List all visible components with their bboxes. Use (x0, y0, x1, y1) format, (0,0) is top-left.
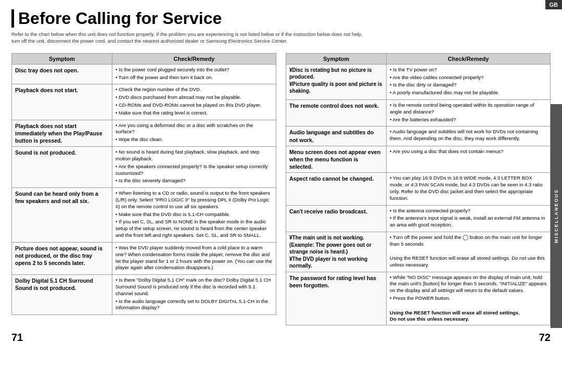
list-item: Are the video cables connected properly? (390, 74, 547, 81)
remedy-list: Turn off the power and hold the ◯ button… (390, 234, 547, 248)
table-row: Sound can be heard only from a few speak… (12, 188, 276, 243)
list-item: Audio language and subtitles will not wo… (390, 129, 547, 142)
symptom-cell: ¥The main unit is not working.(Example: … (286, 232, 387, 272)
list-item: Wipe the disc clean. (116, 136, 273, 143)
table-row: The password for rating level has been f… (286, 272, 551, 325)
remedy-list: Are you using a disc that does not conta… (390, 148, 547, 155)
list-item: CD-ROMs and DVD-ROMs cannot be played on… (116, 102, 273, 109)
remedy-list: Audio language and subtitles will not wo… (390, 129, 547, 142)
remedy-list: Check the region number of the DVD. DVD … (116, 86, 273, 116)
list-item: Is the remote control being operated wit… (390, 102, 547, 116)
symptom-cell: Disc tray does not open. (12, 64, 112, 84)
list-item: When listening to a CD or radio, sound i… (116, 190, 273, 210)
table-row: Playback does not start. Check the regio… (12, 84, 276, 120)
reset-note: Using the RESET function will erase all … (390, 310, 547, 323)
symptom-cell: ¥Disc is rotating but no picture is prod… (286, 64, 387, 99)
remedy-cell: Is there "Dolby Digital 5.1 CH" mark on … (112, 275, 276, 315)
left-remedy-header: Check/Remedy (112, 53, 276, 64)
remedy-cell: Audio language and subtitles will not wo… (387, 127, 551, 146)
list-item: Make sure that the rating level is corre… (116, 110, 273, 117)
list-item: Are the batteries exhausted? (390, 117, 547, 123)
table-row: Picture does not appear, sound is not pr… (12, 242, 276, 274)
remedy-list: Are you using a deformed disc or a disc … (116, 122, 273, 143)
list-item: A poorly manufactured disc may not be pl… (390, 90, 547, 96)
table-row: Disc tray does not open. Is the power co… (12, 64, 276, 84)
remedy-list: Is there "Dolby Digital 5.1 CH" mark on … (116, 277, 273, 311)
right-table-section: Symptom Check/Remedy ¥Disc is rotating b… (286, 53, 551, 325)
remedy-cell: No sound is heard during fast playback, … (112, 147, 276, 188)
table-row: Playback does not start immediately when… (12, 120, 276, 147)
symptom-cell: Audio language and subtitles do not work… (286, 127, 387, 146)
left-table-section: Symptom Check/Remedy Disc tray does not … (11, 53, 276, 325)
symptom-cell: The remote control does not work. (286, 100, 387, 127)
symptom-cell: Sound is not produced. (12, 147, 112, 188)
remedy-cell: Check the region number of the DVD. DVD … (112, 84, 276, 120)
remedy-cell: Was the DVD player suddenly moved from a… (112, 242, 276, 274)
list-item: You can play 16:9 DVDs in 16:9 WIDE mode… (390, 175, 547, 201)
remedy-list: While "NO DISC" message appears on the d… (390, 274, 547, 302)
table-row: ¥The main unit is not working.(Example: … (286, 232, 551, 272)
list-item: No sound is heard during fast playback, … (116, 149, 273, 162)
remedy-list: When listening to a CD or radio, sound i… (116, 190, 273, 239)
symptom-cell: Playback does not start immediately when… (12, 120, 112, 147)
remedy-list: No sound is heard during fast playback, … (116, 149, 273, 184)
table-row: Dolby Digital 5.1 CH Surround Sound is n… (12, 275, 276, 315)
symptom-cell: Aspect ratio cannot be changed. (286, 173, 387, 205)
remedy-cell: Is the TV power on? Are the video cables… (387, 64, 551, 99)
remedy-list: You can play 16:9 DVDs in 16:9 WIDE mode… (390, 175, 547, 201)
list-item: If you set C, SL, and SR to NONE in the … (116, 219, 273, 238)
list-item: DVD discs purchased from abroad may not … (116, 94, 273, 101)
symptom-cell: The password for rating level has been f… (286, 272, 387, 325)
list-item: Is the disc dirty or damaged? (390, 82, 547, 88)
remedy-list: Is the remote control being operated wit… (390, 102, 547, 123)
remedy-list: Is the antenna connected properly? If th… (390, 208, 547, 229)
right-table: Symptom Check/Remedy ¥Disc is rotating b… (286, 53, 551, 325)
symptom-cell: Menu screen does not appear even when th… (286, 146, 387, 173)
page-number-right: 72 (539, 332, 551, 344)
left-symptom-header: Symptom (12, 53, 112, 64)
remedy-cell: You can play 16:9 DVDs in 16:9 WIDE mode… (387, 173, 551, 205)
remedy-cell: Are you using a disc that does not conta… (387, 146, 551, 173)
list-item: Are you using a disc that does not conta… (390, 148, 547, 155)
remedy-cell: Are you using a deformed disc or a disc … (112, 120, 276, 147)
list-item: Was the DVD player suddenly moved from a… (116, 245, 273, 271)
remedy-note: Using the RESET function will erase all … (390, 255, 545, 268)
list-item: Are the speakers connected properly? Is … (116, 163, 273, 177)
list-item: Is the antenna connected properly? (390, 208, 547, 214)
list-item: If the antenna's input signal is weak, i… (390, 215, 547, 229)
remedy-cell: Turn off the power and hold the ◯ button… (387, 232, 551, 272)
list-item: Are you using a deformed disc or a disc … (116, 122, 273, 136)
remedy-cell: While "NO DISC" message appears on the d… (387, 272, 551, 325)
symptom-cell: Can't receive radio broadcast. (286, 205, 387, 232)
page-subtitle: Refer to the chart below when this unit … (11, 31, 365, 45)
remedy-list: Was the DVD player suddenly moved from a… (116, 245, 273, 271)
list-item: While "NO DISC" message appears on the d… (390, 274, 547, 294)
list-item: Turn off the power and then turn it back… (116, 74, 273, 81)
page-numbers: 71 72 (11, 332, 551, 344)
table-row: Can't receive radio broadcast. Is the an… (286, 205, 551, 232)
list-item: Press the POWER button. (390, 295, 547, 302)
remedy-list: Is the power cord plugged securely into … (116, 67, 273, 81)
page-title: Before Calling for Service (11, 9, 551, 28)
remedy-cell: Is the antenna connected properly? If th… (387, 205, 551, 232)
list-item: Is the audio language correctly set to D… (116, 298, 273, 312)
symptom-cell: Dolby Digital 5.1 CH Surround Sound is n… (12, 275, 112, 315)
symptom-cell: Picture does not appear, sound is not pr… (12, 242, 112, 274)
page-number-left: 71 (11, 332, 23, 344)
right-remedy-header: Check/Remedy (387, 53, 551, 64)
table-row: Menu screen does not appear even when th… (286, 146, 551, 173)
remedy-cell: Is the power cord plugged securely into … (112, 64, 276, 84)
left-table: Symptom Check/Remedy Disc tray does not … (11, 53, 276, 315)
remedy-cell: Is the remote control being operated wit… (387, 100, 551, 127)
list-item: Is the TV power on? (390, 67, 547, 73)
list-item: Turn off the power and hold the ◯ button… (390, 234, 547, 248)
symptom-text: ¥Disc is rotating but no picture is prod… (289, 67, 382, 94)
right-symptom-header: Symptom (286, 53, 387, 64)
table-row: Sound is not produced. No sound is heard… (12, 147, 276, 188)
table-row: Audio language and subtitles do not work… (286, 127, 551, 146)
table-row: Aspect ratio cannot be changed. You can … (286, 173, 551, 205)
list-item: Is there "Dolby Digital 5.1 CH" mark on … (116, 277, 273, 297)
list-item: Is the disc severely damaged? (116, 178, 273, 184)
table-row: The remote control does not work. Is the… (286, 100, 551, 127)
remedy-cell: When listening to a CD or radio, sound i… (112, 188, 276, 243)
